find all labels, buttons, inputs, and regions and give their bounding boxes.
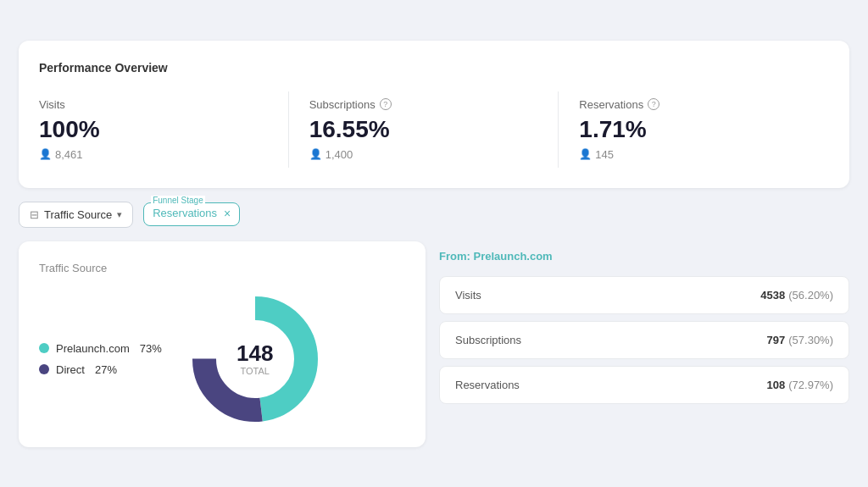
donut-center: 148 TOTAL bbox=[236, 342, 273, 376]
reservations-help-icon[interactable]: ? bbox=[648, 98, 659, 110]
funnel-stage-tag-content: Reservations × bbox=[153, 207, 231, 219]
stat-pct-subscriptions: (57.30%) bbox=[788, 334, 833, 346]
subscriptions-help-icon[interactable]: ? bbox=[380, 98, 392, 110]
stats-from-label: From: bbox=[439, 250, 470, 263]
stat-label-visits: Visits bbox=[455, 289, 481, 302]
performance-title: Performance Overview bbox=[39, 61, 829, 75]
legend-pct-prelaunch: 73% bbox=[140, 342, 162, 355]
metric-reservations-value: 1.71% bbox=[579, 116, 809, 143]
metric-subscriptions-sub: 👤 1,400 bbox=[309, 148, 539, 161]
traffic-source-dropdown[interactable]: ⊟ Traffic Source ▾ bbox=[19, 202, 133, 228]
person-icon-visits: 👤 bbox=[39, 148, 52, 160]
metric-reservations: Reservations ? 1.71% 👤 145 bbox=[559, 91, 829, 168]
donut-total-label: TOTAL bbox=[236, 366, 273, 376]
stat-num-subscriptions: 797 bbox=[767, 334, 786, 346]
traffic-source-card: Traffic Source Prelaunch.com 73% Direct … bbox=[19, 241, 426, 447]
donut-chart: 148 TOTAL bbox=[187, 291, 323, 427]
funnel-stage-tag-label: Funnel Stage bbox=[151, 196, 205, 205]
metric-subscriptions-label: Subscriptions ? bbox=[309, 98, 539, 111]
metrics-row: Visits 100% 👤 8,461 Subscriptions ? 16.5… bbox=[39, 91, 829, 168]
metric-visits-sub: 👤 8,461 bbox=[39, 148, 269, 161]
metric-reservations-sub: 👤 145 bbox=[579, 148, 809, 161]
chevron-down-icon: ▾ bbox=[117, 209, 122, 220]
stat-label-subscriptions: Subscriptions bbox=[455, 334, 521, 346]
metric-visits-label: Visits bbox=[39, 98, 269, 111]
stat-label-reservations: Reservations bbox=[455, 379, 520, 391]
metric-reservations-label: Reservations ? bbox=[579, 98, 809, 111]
funnel-stage-tag[interactable]: Funnel Stage Reservations × bbox=[143, 202, 240, 226]
stat-row-reservations: Reservations 108(72.97%) bbox=[439, 366, 849, 404]
legend-label-direct: Direct bbox=[56, 363, 85, 376]
performance-overview-card: Performance Overview Visits 100% 👤 8,461… bbox=[19, 41, 849, 188]
stat-pct-visits: (56.20%) bbox=[788, 289, 833, 302]
filter-dropdown-icon: ⊟ bbox=[30, 208, 39, 221]
person-icon-subs: 👤 bbox=[309, 148, 322, 160]
legend-pct-direct: 27% bbox=[95, 363, 117, 376]
bottom-row: Traffic Source Prelaunch.com 73% Direct … bbox=[19, 241, 849, 447]
stat-value-subscriptions: 797(57.30%) bbox=[767, 334, 833, 346]
stat-value-visits: 4538(56.20%) bbox=[760, 289, 833, 302]
legend-dot-direct bbox=[39, 364, 49, 374]
metric-visits: Visits 100% 👤 8,461 bbox=[39, 91, 289, 168]
metric-subscriptions: Subscriptions ? 16.55% 👤 1,400 bbox=[289, 91, 559, 168]
donut-total-value: 148 bbox=[236, 342, 273, 364]
legend-item-prelaunch: Prelaunch.com 73% bbox=[39, 342, 162, 355]
funnel-stage-value: Reservations bbox=[153, 207, 217, 219]
close-icon[interactable]: × bbox=[224, 208, 231, 219]
stat-row-subscriptions: Subscriptions 797(57.30%) bbox=[439, 321, 849, 359]
stat-pct-reservations: (72.97%) bbox=[788, 379, 833, 391]
page-container: Performance Overview Visits 100% 👤 8,461… bbox=[19, 41, 849, 447]
stat-num-reservations: 108 bbox=[767, 379, 786, 391]
chart-area: Prelaunch.com 73% Direct 27% bbox=[39, 291, 405, 427]
filters-row: ⊟ Traffic Source ▾ Funnel Stage Reservat… bbox=[19, 202, 849, 228]
legend-dot-prelaunch bbox=[39, 343, 49, 353]
metric-subscriptions-value: 16.55% bbox=[309, 116, 539, 143]
stat-value-reservations: 108(72.97%) bbox=[767, 379, 833, 391]
traffic-source-title: Traffic Source bbox=[39, 262, 405, 274]
legend-label-prelaunch: Prelaunch.com bbox=[56, 342, 130, 355]
stats-from: From: Prelaunch.com bbox=[439, 241, 849, 263]
legend-item-direct: Direct 27% bbox=[39, 363, 162, 376]
person-icon-res: 👤 bbox=[579, 148, 592, 160]
metric-visits-value: 100% bbox=[39, 116, 269, 143]
chart-legend: Prelaunch.com 73% Direct 27% bbox=[39, 342, 162, 376]
stat-row-visits: Visits 4538(56.20%) bbox=[439, 276, 849, 314]
stats-from-source[interactable]: Prelaunch.com bbox=[473, 250, 552, 263]
traffic-source-label: Traffic Source bbox=[44, 208, 112, 221]
stat-num-visits: 4538 bbox=[760, 289, 785, 302]
stats-panel: From: Prelaunch.com Visits 4538(56.20%) … bbox=[439, 241, 849, 447]
